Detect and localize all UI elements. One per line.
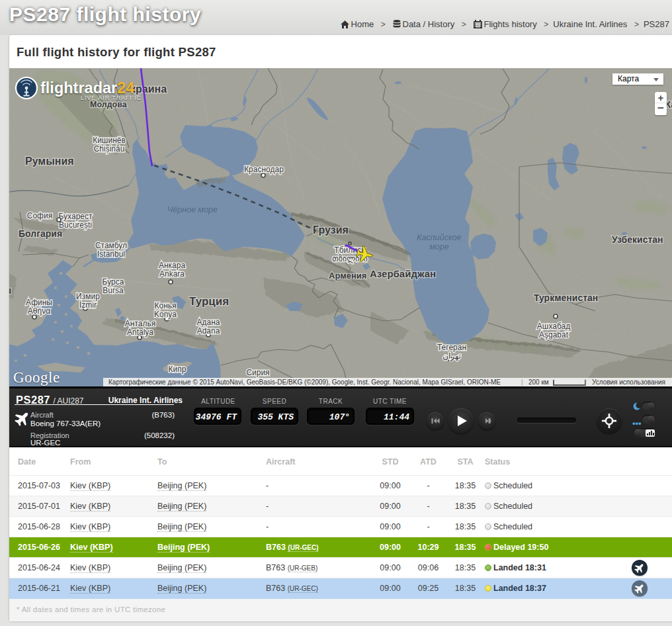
svg-text:Antalya: Antalya <box>127 328 153 337</box>
svg-text:Чёрное море: Чёрное море <box>167 205 218 214</box>
svg-text:Анталья: Анталья <box>125 319 155 328</box>
svg-text:Конья: Конья <box>154 301 176 310</box>
svg-text:Bursa: Bursa <box>103 286 124 295</box>
svg-text:Азербайджан: Азербайджан <box>370 268 436 279</box>
svg-text:Измир: Измир <box>76 292 100 301</box>
svg-text:Грузия: Грузия <box>313 224 349 236</box>
svg-text:Chișinău: Chișinău <box>94 144 125 154</box>
svg-text:Анкара: Анкара <box>159 261 185 270</box>
svg-text:București: București <box>59 220 92 230</box>
svg-text:Афины: Афины <box>26 298 52 307</box>
svg-text:Бурса: Бурса <box>103 277 124 287</box>
svg-text:море: море <box>429 242 448 251</box>
svg-text:Краснодар: Краснодар <box>244 165 284 174</box>
svg-text:Армения: Армения <box>329 271 366 281</box>
svg-text:Туркменистан: Туркменистан <box>534 292 598 303</box>
svg-text:Ашхабад: Ашхабад <box>537 322 570 331</box>
svg-text:Кипр: Кипр <box>169 365 187 374</box>
svg-text:София: София <box>27 211 52 220</box>
svg-text:Адана: Адана <box>197 318 220 327</box>
svg-text:Узбекистан: Узбекистан <box>612 234 663 245</box>
svg-text:Istanbul: Istanbul <box>97 249 125 259</box>
svg-text:Кишинёв: Кишинёв <box>93 136 126 145</box>
svg-text:İzmir: İzmir <box>79 300 97 310</box>
svg-text:Сирия: Сирия <box>246 368 269 377</box>
svg-text:Aşgabat: Aşgabat <box>539 330 569 339</box>
svg-text:Стамбул: Стамбул <box>95 241 127 250</box>
svg-text:Adana: Adana <box>197 326 220 335</box>
svg-text:Турция: Турция <box>189 295 229 308</box>
svg-text:Греция: Греция <box>9 285 11 296</box>
svg-text:LIVE AIR TRAFFIC: LIVE AIR TRAFFIC <box>81 95 142 101</box>
svg-text:Каспийское: Каспийское <box>417 233 461 242</box>
svg-text:Ankara: Ankara <box>159 269 185 279</box>
svg-text:Румыния: Румыния <box>25 156 74 167</box>
svg-text:Болгария: Болгария <box>19 228 62 239</box>
svg-text:Αθήνα: Αθήνα <box>28 306 50 316</box>
svg-text:Бухарест: Бухарест <box>59 212 93 221</box>
svg-text:Konya: Konya <box>154 310 177 319</box>
svg-text:Тегеран: Тегеран <box>437 343 466 352</box>
svg-text:تهران: تهران <box>442 351 461 361</box>
